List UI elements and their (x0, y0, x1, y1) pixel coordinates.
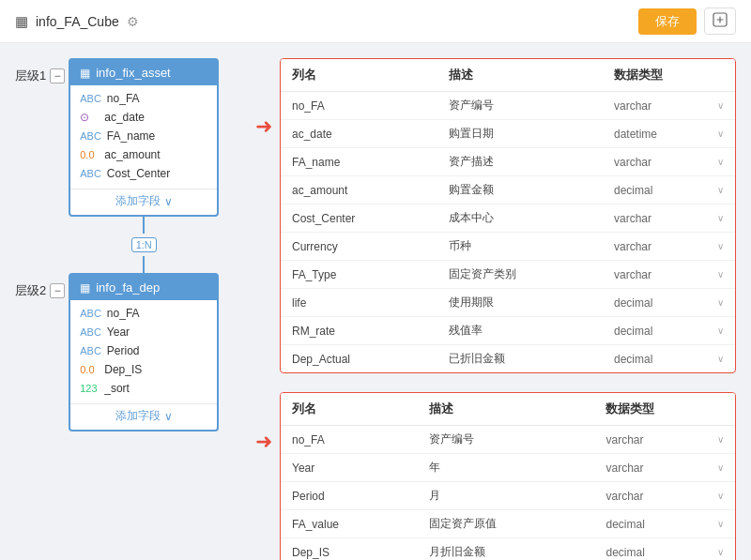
table1-with-arrow: ➜ 列名 描述 数据类型 no_FA 资产编号 var (255, 58, 736, 373)
chevron-down-icon[interactable]: ∨ (717, 434, 724, 445)
save-button[interactable]: 保存 (638, 8, 697, 35)
field-row: ABC no_FA (70, 89, 217, 108)
table-row: Currency 币种 varchar ∨ (281, 233, 735, 261)
type-value: varchar (614, 156, 651, 169)
connector-line-bottom (143, 256, 145, 273)
field-type-cal: ⊙ (80, 111, 99, 124)
level1-table-box: ▦ info_fix_asset ABC no_FA ⊙ ac_date (69, 58, 219, 217)
export-button[interactable] (704, 8, 736, 35)
level1-table-header: ▦ info_fix_asset (70, 60, 217, 85)
chevron-down-icon[interactable]: ∨ (717, 185, 724, 195)
field-type-abc: ABC (80, 168, 101, 179)
cell-col-name: FA_value (281, 510, 418, 538)
field-row: ⊙ ac_date (70, 108, 217, 127)
cell-desc: 资产编号 (437, 92, 603, 120)
level1-collapse-btn[interactable]: − (50, 68, 65, 83)
cell-col-name: RM_rate (281, 317, 437, 345)
arrow1-container: ➜ (255, 114, 272, 139)
table-row: RM_rate 残值率 decimal ∨ (281, 317, 735, 345)
connector-area: 1:N (131, 217, 157, 273)
table-row: Period 月 varchar ∨ (281, 482, 735, 510)
chevron-down-icon: ∨ (164, 410, 173, 423)
table1-header-row: 列名 描述 数据类型 (281, 59, 735, 92)
chevron-down-icon[interactable]: ∨ (717, 491, 724, 501)
cell-col-name: life (281, 289, 437, 317)
cell-col-name: no_FA (281, 92, 437, 120)
level1-add-field-btn[interactable]: 添加字段 ∨ (70, 189, 217, 215)
cell-desc: 购置金额 (437, 176, 603, 204)
arrow2-container: ➜ (255, 430, 272, 454)
cell-desc: 成本中心 (437, 204, 603, 233)
table-row: Dep_Actual 已折旧金额 decimal ∨ (281, 345, 735, 373)
gear-icon[interactable]: ⚙ (127, 14, 139, 29)
level2-table-header: ▦ info_fa_dep (70, 275, 217, 300)
field-row: 0.0 ac_amount (70, 145, 217, 164)
cell-desc: 币种 (437, 233, 603, 261)
col-header-desc: 描述 (437, 59, 603, 92)
cell-type: decimal ∨ (603, 317, 735, 345)
field-type-abc: ABC (80, 130, 101, 142)
level2-collapse-btn[interactable]: − (50, 283, 65, 298)
level2-label: 层级2 − (15, 282, 65, 299)
cell-type: decimal ∨ (594, 538, 735, 561)
cell-type: decimal ∨ (594, 510, 735, 538)
cell-desc: 年 (418, 454, 595, 482)
chevron-down-icon[interactable]: ∨ (717, 241, 724, 251)
level2-section: 层级2 − ▦ info_fa_dep ABC no_FA (15, 273, 240, 431)
cell-col-name: Dep_Actual (281, 345, 437, 373)
cell-type: varchar ∨ (594, 454, 735, 482)
field-type-abc: ABC (80, 345, 101, 356)
cell-desc: 月折旧金额 (418, 538, 595, 561)
left-panel: 层级1 − ▦ info_fix_asset ABC no_FA (15, 58, 240, 545)
table-row: ac_date 购置日期 datetime ∨ (281, 120, 735, 148)
table-icon: ▦ (80, 67, 90, 80)
table-icon: ▦ (80, 281, 90, 295)
col-header-type: 数据类型 (603, 59, 735, 92)
chevron-down-icon[interactable]: ∨ (717, 213, 724, 223)
cube-icon: ▦ (15, 13, 28, 30)
chevron-down-icon[interactable]: ∨ (717, 297, 724, 308)
level1-section: 层级1 − ▦ info_fix_asset ABC no_FA (15, 58, 240, 273)
chevron-down-icon[interactable]: ∨ (717, 519, 724, 529)
chevron-down-icon[interactable]: ∨ (717, 325, 724, 336)
type-value: decimal (614, 184, 652, 197)
page-title: info_FA_Cube (36, 14, 119, 29)
field-row: 0.0 Dep_IS (70, 360, 217, 379)
table-row: Cost_Center 成本中心 varchar ∨ (281, 204, 735, 233)
cell-desc: 购置日期 (437, 120, 603, 148)
field-type-num: 0.0 (80, 149, 99, 160)
col-header-name: 列名 (281, 59, 437, 92)
cell-col-name: FA_Type (281, 261, 437, 289)
level2-table-box: ▦ info_fa_dep ABC no_FA ABC Year (69, 273, 219, 431)
right-panels: ➜ 列名 描述 数据类型 no_FA 资产编号 var (255, 58, 736, 545)
table-row: FA_Type 固定资产类别 varchar ∨ (281, 261, 735, 289)
cell-type: datetime ∨ (603, 120, 735, 148)
type-value: varchar (605, 433, 643, 446)
type-value: varchar (605, 490, 643, 503)
chevron-down-icon[interactable]: ∨ (717, 547, 724, 557)
cell-type: varchar ∨ (603, 148, 735, 176)
cell-type: decimal ∨ (603, 289, 735, 317)
level2-add-field-btn[interactable]: 添加字段 ∨ (70, 403, 217, 430)
level1-label: 层级1 − (15, 68, 65, 84)
cell-desc: 月 (418, 482, 595, 510)
cell-desc: 已折旧金额 (437, 345, 603, 373)
cell-col-name: Period (281, 482, 418, 510)
cell-type: varchar ∨ (603, 92, 735, 120)
table-row: no_FA 资产编号 varchar ∨ (281, 92, 735, 120)
chevron-down-icon: ∨ (164, 195, 173, 208)
type-value: decimal (614, 325, 652, 338)
field-row: ABC Cost_Center (70, 164, 217, 183)
field-row: ABC Period (70, 341, 217, 360)
field-type-abc: ABC (80, 326, 101, 338)
chevron-down-icon[interactable]: ∨ (717, 129, 724, 139)
cell-desc: 资产描述 (437, 148, 603, 176)
top-bar-left: ▦ info_FA_Cube ⚙ (15, 13, 139, 30)
chevron-down-icon[interactable]: ∨ (717, 157, 724, 167)
chevron-down-icon[interactable]: ∨ (717, 269, 724, 280)
connector-label: 1:N (131, 237, 157, 252)
table-row: FA_name 资产描述 varchar ∨ (281, 148, 735, 176)
chevron-down-icon[interactable]: ∨ (717, 354, 724, 364)
chevron-down-icon[interactable]: ∨ (717, 100, 724, 111)
chevron-down-icon[interactable]: ∨ (717, 462, 724, 473)
